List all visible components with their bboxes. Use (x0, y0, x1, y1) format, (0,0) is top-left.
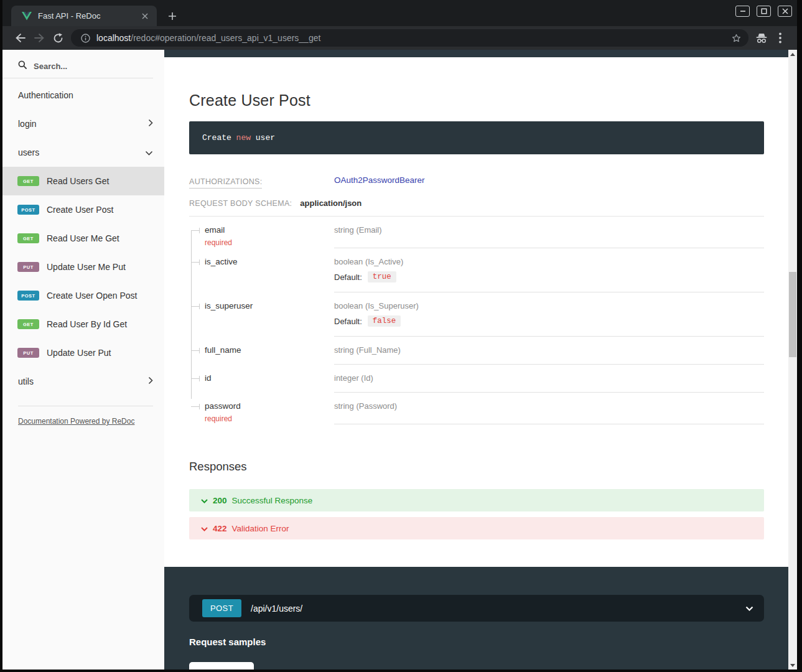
browser-window: Fast API - ReDoc (2, 0, 797, 670)
search-box[interactable] (2, 50, 153, 78)
address-bar[interactable]: localhost/redoc#operation/read_users_api… (71, 29, 748, 47)
description-highlight: new (236, 133, 251, 142)
oauth2-link[interactable]: OAuth2PasswordBearer (334, 175, 764, 185)
sidebar-item-login[interactable]: login (2, 110, 164, 138)
field-name[interactable]: is_superuser (189, 301, 334, 337)
tab-close-icon[interactable] (139, 11, 151, 22)
field-type: string (Full_Name) (334, 345, 764, 355)
request-body-schema-value: application/json (300, 198, 361, 208)
previous-section-dark-strip (164, 50, 788, 57)
payload-tab[interactable]: Payload (189, 662, 254, 670)
search-input[interactable] (32, 61, 132, 72)
chevron-down-icon (201, 496, 208, 505)
sidebar-item-label: Read Users Get (47, 176, 109, 186)
browser-menu-icon[interactable] (771, 29, 790, 47)
page-title: Create User Post (189, 91, 764, 110)
bookmark-star-icon[interactable] (727, 33, 745, 44)
responses-title: Responses (189, 460, 764, 474)
reload-button[interactable] (49, 29, 67, 47)
response-label: Successful Response (232, 496, 313, 505)
tree-branch-icon (191, 262, 200, 263)
sidebar-item-read-user-by-id-get[interactable]: GET Read User By Id Get (2, 310, 164, 338)
tree-branch-icon (191, 306, 200, 307)
url-host: localhost (96, 33, 131, 43)
request-body-schema-row: REQUEST BODY SCHEMA: application/json (189, 198, 764, 217)
schema-row-full-name: full_name string (Full_Name) (189, 337, 764, 365)
schema-row-is-superuser: is_superuser boolean (Is_Superuser) Defa… (189, 292, 764, 337)
schema-row-email: email required string (Email) (189, 217, 764, 248)
browser-toolbar: localhost/redoc#operation/read_users_api… (2, 26, 797, 50)
field-name[interactable]: is_active (189, 256, 334, 292)
sidebar-item-utils[interactable]: utils (2, 367, 164, 396)
default-label: Default: (334, 317, 362, 326)
response-code: 422 (213, 524, 227, 533)
request-body-schema-label: REQUEST BODY SCHEMA: (189, 199, 292, 208)
field-type: string (Email) (334, 225, 764, 235)
method-badge-get: GET (17, 319, 39, 329)
field-name[interactable]: full_name (189, 345, 334, 365)
page-viewport: Authentication login users GET Read User… (2, 50, 797, 670)
tree-branch-icon (191, 378, 200, 379)
method-badge-post: POST (17, 205, 39, 215)
sidebar-item-create-user-post[interactable]: POST Create User Post (2, 195, 164, 224)
request-samples-title: Request samples (189, 637, 764, 647)
tree-branch-icon (191, 230, 200, 231)
response-code: 200 (213, 496, 227, 505)
incognito-icon (752, 29, 771, 47)
default-label: Default: (334, 273, 362, 282)
sidebar-item-label: Read User Me Get (47, 233, 119, 243)
method-badge-post: POST (202, 599, 241, 617)
browser-tab[interactable]: Fast API - ReDoc (11, 6, 157, 26)
field-name[interactable]: password required (189, 401, 334, 424)
scroll-down-arrow[interactable] (788, 661, 797, 670)
description-text: Create (202, 133, 236, 142)
response-422-row[interactable]: 422 Validation Error (189, 517, 764, 539)
page-scrollbar[interactable] (788, 50, 797, 670)
tab-title: Fast API - ReDoc (38, 11, 139, 21)
sidebar-item-label: Update User Put (47, 348, 111, 358)
sidebar-item-label: Create User Open Post (47, 291, 138, 301)
sidebar-item-label: Create User Post (47, 205, 113, 215)
tree-branch-icon (191, 406, 200, 407)
close-button[interactable] (778, 6, 792, 17)
endpoint-selector[interactable]: POST /api/v1/users/ (189, 595, 764, 622)
schema-row-is-active: is_active boolean (Is_Active) Default: t… (189, 248, 764, 292)
forward-button[interactable] (30, 29, 49, 47)
redoc-footer-link[interactable]: Documentation Powered by ReDoc (18, 417, 134, 426)
sidebar-item-read-user-me-get[interactable]: GET Read User Me Get (2, 224, 164, 253)
url-path: /redoc#operation/read_users_api_v1_users… (131, 33, 320, 43)
sidebar-item-label: users (18, 147, 39, 157)
sidebar-item-label: utils (18, 376, 34, 386)
request-samples-panel: POST /api/v1/users/ Request samples Payl… (164, 567, 788, 670)
site-info-icon[interactable] (78, 34, 92, 43)
scroll-up-arrow[interactable] (788, 50, 797, 58)
main-content: Create User Post Create new user AUTHORI… (164, 50, 788, 670)
scrollbar-thumb[interactable] (789, 272, 796, 357)
sidebar-item-authentication[interactable]: Authentication (2, 81, 164, 110)
field-name[interactable]: id (189, 373, 334, 393)
sidebar-item-create-user-open-post[interactable]: POST Create User Open Post (2, 281, 164, 310)
sidebar-item-read-users-get[interactable]: GET Read Users Get (2, 167, 164, 195)
field-type: boolean (Is_Superuser) (334, 301, 764, 310)
schema-row-password: password required string (Password) (189, 393, 764, 424)
response-label: Validation Error (232, 524, 289, 533)
maximize-button[interactable] (757, 6, 771, 17)
chevron-down-icon (745, 606, 753, 611)
sidebar-item-update-user-me-put[interactable]: PUT Update User Me Put (2, 253, 164, 281)
method-badge-put: PUT (17, 262, 39, 272)
sidebar-item-update-user-put[interactable]: PUT Update User Put (2, 338, 164, 367)
response-200-row[interactable]: 200 Successful Response (189, 489, 764, 511)
field-name[interactable]: email required (189, 225, 334, 248)
authorizations-row: AUTHORIZATIONS: OAuth2PasswordBearer (189, 175, 764, 189)
chevron-right-icon (148, 376, 153, 386)
method-badge-get: GET (17, 176, 39, 186)
sidebar-item-users[interactable]: users (2, 138, 164, 167)
minimize-button[interactable] (735, 6, 750, 17)
new-tab-button[interactable] (166, 9, 179, 23)
operation-description-code: Create new user (189, 121, 764, 154)
sidebar-item-label: Read User By Id Get (47, 319, 127, 329)
default-value: false (368, 315, 401, 327)
sidebar: Authentication login users GET Read User… (2, 50, 164, 670)
field-type: string (Password) (334, 401, 764, 411)
back-button[interactable] (11, 29, 30, 47)
